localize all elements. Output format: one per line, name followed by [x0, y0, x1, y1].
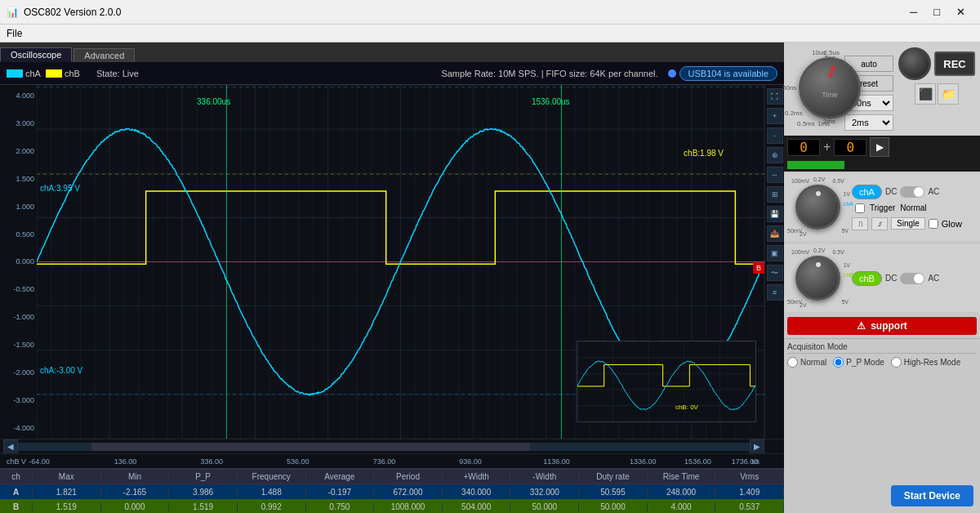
- oscilloscope-panel: Oscilloscope Advanced chA chB State: Liv…: [0, 42, 784, 513]
- support-button[interactable]: ⚠ support: [787, 317, 977, 335]
- data-table: ch Max Min P_P Frequency Average Period …: [0, 468, 784, 513]
- td-plus-width-a: 340.000: [443, 488, 511, 497]
- x-label-8: 1536.00: [684, 457, 711, 466]
- td-plus-width-b: 504.000: [443, 502, 511, 511]
- close-btn[interactable]: ✕: [948, 6, 973, 18]
- normal-btn-label: Normal: [900, 203, 926, 212]
- measure-btn[interactable]: ↔: [767, 167, 783, 183]
- zoom-in-btn[interactable]: +: [767, 108, 783, 124]
- rec-knob[interactable]: [898, 47, 931, 80]
- cha-max-label: chA:3.95 V: [40, 184, 80, 193]
- chb-arc-1v: 1V: [843, 262, 850, 268]
- chb-knob-dot: [816, 262, 821, 267]
- cursor-a-line[interactable]: [226, 85, 227, 439]
- chb-arc-05v: 0.5V: [833, 249, 844, 255]
- counter-display-2: 0: [834, 139, 866, 156]
- scope-toolbar: ⛶ + - ⊕ ↔ ⊞ 💾 📤 ▣ 〜 ≡: [764, 85, 784, 439]
- td-max-a: 1.821: [33, 488, 101, 497]
- y-label: 1.500: [0, 175, 34, 183]
- grid-btn[interactable]: ⊞: [767, 186, 783, 203]
- cha-right-controls: chA DC AC Trigger Normal ⎍: [852, 185, 962, 230]
- td-ch-b: B: [0, 502, 33, 511]
- td-freq-a: 1.488: [238, 488, 306, 497]
- scrollbar-track[interactable]: [18, 443, 750, 451]
- trigger-section: Trigger Normal: [852, 202, 962, 215]
- progress-bar-container: [784, 158, 980, 172]
- acq-pp-label[interactable]: P_P Mode: [833, 357, 884, 368]
- start-device-button[interactable]: Start Device: [891, 485, 973, 506]
- table-btn[interactable]: ≡: [767, 284, 783, 301]
- acq-pp-radio[interactable]: [833, 357, 844, 368]
- chb-top-row: chB DC AC: [852, 271, 939, 286]
- chb-color-dot: [46, 69, 62, 78]
- td-period-b: 1008.000: [374, 502, 443, 511]
- rec-section: REC ⬛ 📁: [898, 47, 975, 105]
- glow-checkbox[interactable]: [929, 219, 938, 229]
- acq-highres-radio[interactable]: [891, 357, 902, 368]
- th-rise: Rise Time: [648, 472, 716, 481]
- sample-rate-text: Sample Rate: 10M SPS. | FIFO size: 64K p…: [441, 69, 657, 78]
- zoom-fit-btn[interactable]: ⛶: [767, 88, 783, 105]
- y-axis: 4.000 3.000 2.000 1.500 1.000 0.500 0.00…: [0, 85, 37, 439]
- trigger-rising-btn[interactable]: ⎍: [852, 217, 868, 230]
- main-layout: Oscilloscope Advanced chA chB State: Liv…: [0, 42, 980, 513]
- time-dropdown-2[interactable]: 2ms: [844, 114, 893, 131]
- scroll-right-btn[interactable]: ▶: [750, 439, 764, 454]
- scrollbar-thumb[interactable]: [91, 443, 531, 451]
- acq-mode-row: Normal P_P Mode High-Res Mode: [787, 357, 977, 368]
- table-row-a: A 1.821 -2.165 3.986 1.488 -0.197 672.00…: [0, 484, 784, 499]
- acquisition-mode-section: Acquisiton Mode Normal P_P Mode High-Res…: [784, 338, 980, 371]
- save-btn[interactable]: 💾: [767, 206, 783, 222]
- sliders-icon-btn[interactable]: ⬛: [915, 83, 936, 105]
- cha-button[interactable]: chA: [852, 185, 882, 199]
- chb-button[interactable]: chB: [852, 271, 882, 286]
- chb-dc-ac-toggle[interactable]: [900, 273, 924, 284]
- state-text: State: Live: [96, 69, 139, 78]
- channel-b-controls: 100mV 0.2V 0.5V 1V chB 5V 2V 50mV chB DC: [784, 244, 980, 312]
- td-vrms-b: 0.537: [715, 502, 784, 511]
- td-vrms-a: 1.409: [715, 488, 784, 497]
- channel-labels: chA chB: [7, 69, 80, 78]
- ac-label-b: AC: [928, 274, 939, 283]
- td-min-a: -2.165: [101, 488, 170, 497]
- file-menu[interactable]: File: [7, 28, 22, 39]
- cha-color-dot: [7, 69, 23, 78]
- maximize-btn[interactable]: □: [925, 6, 948, 18]
- qr-btn[interactable]: ▣: [767, 245, 783, 261]
- acq-normal-radio[interactable]: [787, 357, 798, 368]
- cha-knob[interactable]: [795, 185, 840, 230]
- cursor-btn[interactable]: ⊕: [767, 147, 783, 163]
- y-label: 0.500: [0, 230, 34, 239]
- y-label: -4.000: [0, 424, 34, 432]
- channel-a-controls: 100mV 0.2V 0.5V 1V chA 5V 2V 50mV chA DC: [784, 173, 980, 241]
- scope-row: 4.000 3.000 2.000 1.500 1.000 0.500 0.00…: [0, 85, 784, 439]
- cha-min-label: chA:-3.00 V: [40, 366, 82, 375]
- chb-knob[interactable]: [795, 256, 840, 301]
- cursor-b-line[interactable]: [561, 85, 562, 439]
- acq-normal-label[interactable]: Normal: [787, 357, 826, 368]
- x-axis: chB V -64.00 136.00 336.00 536.00 736.00…: [0, 453, 784, 468]
- trigger-row2: ⎍ ⎎ Single Glow: [852, 217, 962, 230]
- cha-dc-ac-toggle[interactable]: [900, 186, 924, 198]
- trigger-falling-btn[interactable]: ⎎: [871, 217, 888, 230]
- scroll-left-btn[interactable]: ◀: [3, 439, 18, 454]
- folder-icon-btn[interactable]: 📁: [938, 83, 959, 105]
- export-btn[interactable]: 📤: [767, 225, 783, 242]
- chb-label-text: chB: [65, 69, 80, 78]
- trigger-checkbox[interactable]: [855, 203, 865, 213]
- acq-normal-text: Normal: [800, 358, 826, 367]
- rec-button[interactable]: REC: [934, 51, 975, 76]
- tab-advanced[interactable]: Advanced: [74, 48, 135, 62]
- scope-canvas-area[interactable]: 336.00us 1536.00us chA:3.95 V chB:1.98 V…: [37, 85, 764, 439]
- play-button[interactable]: ▶: [870, 137, 889, 157]
- acq-highres-label[interactable]: High-Res Mode: [891, 357, 960, 368]
- zoom-out-btn[interactable]: -: [767, 127, 783, 144]
- y-label: 2.000: [0, 147, 34, 155]
- wave-btn[interactable]: 〜: [767, 265, 783, 281]
- time-knob[interactable]: Time: [799, 57, 861, 119]
- minimize-btn[interactable]: ─: [902, 6, 925, 18]
- tab-oscilloscope[interactable]: Oscilloscope: [0, 47, 72, 62]
- acq-pp-text: P_P Mode: [846, 358, 884, 367]
- counter-plus-sign: +: [823, 140, 831, 154]
- single-btn[interactable]: Single: [891, 217, 925, 230]
